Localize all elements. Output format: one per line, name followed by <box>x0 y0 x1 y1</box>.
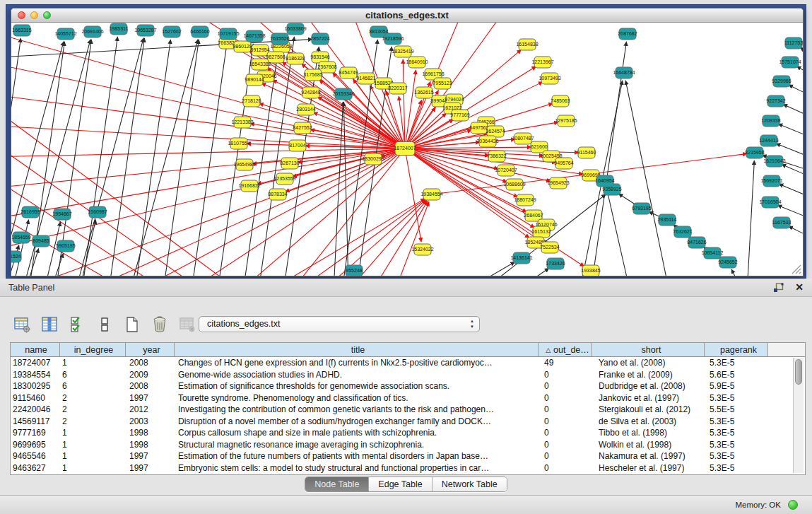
table-row[interactable]: 1456911722003Disruption of a novel membe… <box>11 416 805 428</box>
graph-edge[interactable] <box>11 100 259 276</box>
table-cell[interactable]: 2008 <box>126 380 175 392</box>
column-header-short[interactable]: short <box>592 343 705 356</box>
table-cell[interactable]: 5.3E-5 <box>705 450 768 462</box>
table-cell[interactable]: 2 <box>60 392 126 404</box>
table-cell[interactable]: 5.3E-5 <box>705 462 768 474</box>
graph-edge[interactable] <box>474 262 514 276</box>
minimize-window-icon[interactable] <box>30 11 38 19</box>
table-cell[interactable]: Corpus callosum shape and size in male p… <box>175 427 539 439</box>
table-cell[interactable]: 9699695 <box>11 439 60 451</box>
table-row[interactable]: 946362711997Embryonic stem cells: a mode… <box>11 462 805 474</box>
table-cell[interactable]: Dudbridge et al. (2008) <box>592 380 705 392</box>
vertical-scrollbar[interactable] <box>793 358 804 473</box>
table-cell[interactable]: 0 <box>539 404 592 416</box>
table-cell[interactable]: Yano et al. (2008) <box>592 357 705 369</box>
table-cell[interactable]: 5.3E-5 <box>705 439 768 451</box>
table-settings-icon[interactable] <box>13 315 31 334</box>
tab-network-table[interactable]: Network Table <box>433 477 507 491</box>
window-resize-grip[interactable] <box>792 264 801 274</box>
table-cell[interactable]: 2 <box>60 416 126 428</box>
graph-edge[interactable] <box>789 226 803 247</box>
table-cell[interactable]: Genome-wide association studies in ADHD. <box>175 369 539 381</box>
table-cell[interactable]: Embryonic stem cells: a model to study s… <box>175 462 539 474</box>
table-row[interactable]: 2242004622012Investigating the contribut… <box>11 404 805 416</box>
table-cell[interactable]: 5.3E-5 <box>705 357 768 369</box>
table-row[interactable]: 1938455462009Genome-wide association stu… <box>11 369 805 381</box>
table-cell[interactable]: 9463627 <box>11 462 60 474</box>
column-header-pagerank[interactable]: pagerank <box>705 343 768 356</box>
table-cell[interactable]: Nakamura et al. (1997) <box>592 450 705 462</box>
table-cell[interactable]: 0 <box>539 427 592 439</box>
network-graph-canvas[interactable]: 1872400776638229860128891295418226058982… <box>11 23 803 276</box>
table-cell[interactable]: 0 <box>539 392 592 404</box>
import-table-icon[interactable] <box>178 315 196 334</box>
network-graph[interactable]: 1872400776638229860128891295418226058982… <box>11 23 803 276</box>
network-window[interactable]: citations_edges.txt 18724007766382298601… <box>11 8 804 276</box>
window-titlebar[interactable]: citations_edges.txt <box>11 8 803 23</box>
table-selector[interactable]: citations_edges.txt ▲▼ <box>199 316 480 332</box>
graph-edge[interactable] <box>133 40 170 276</box>
table-cell[interactable]: 1 <box>60 357 126 369</box>
table-cell[interactable]: 5.3E-5 <box>705 416 768 428</box>
table-cell[interactable]: 0 <box>539 462 592 474</box>
column-header-year[interactable]: year <box>126 343 175 356</box>
column-header-in_degree[interactable]: in_degree <box>60 343 126 356</box>
table-cell[interactable]: Structural magnetic resonance image aver… <box>175 439 539 451</box>
graph-edge[interactable] <box>783 105 803 126</box>
table-row[interactable]: 1872400712008Changes of HCN gene express… <box>11 357 805 369</box>
column-header-title[interactable]: title <box>175 343 539 356</box>
zoom-window-icon[interactable] <box>43 11 51 19</box>
graph-edge[interactable] <box>189 42 227 276</box>
graph-edge[interactable] <box>625 81 672 276</box>
table-cell[interactable]: Tourette syndrome. Phenomenology and cla… <box>175 392 539 404</box>
table-cell[interactable]: 2008 <box>126 357 175 369</box>
table-cell[interactable]: Jankovic et al. (1997) <box>592 392 705 404</box>
table-row[interactable]: 977716911998Corpus callosum shape and si… <box>11 427 805 439</box>
table-cell[interactable]: Investigating the contribution of common… <box>175 404 539 416</box>
table-row[interactable]: 946554611997Estimation of the future num… <box>11 450 805 462</box>
table-cell[interactable]: Changes of HCN gene expression and I(f) … <box>175 357 539 369</box>
table-cell[interactable]: Disruption of a novel member of a sodium… <box>175 416 539 428</box>
close-panel-icon[interactable]: ✕ <box>795 281 804 293</box>
table-cell[interactable]: 6 <box>60 369 126 381</box>
table-cell[interactable]: 0 <box>539 450 592 462</box>
column-header-out_de[interactable]: △out_de… <box>539 343 592 356</box>
table-row[interactable]: 969969511998Structural magnetic resonanc… <box>11 439 805 451</box>
table-cell[interactable]: 1997 <box>126 462 175 474</box>
table-cell[interactable]: Estimation of the future numbers of pati… <box>175 450 539 462</box>
table-cell[interactable]: Franke et al. (2009) <box>592 369 705 381</box>
graph-edge[interactable] <box>317 97 405 148</box>
table-cell[interactable]: 1 <box>60 462 126 474</box>
graph-edge[interactable] <box>517 268 549 276</box>
scrollbar-thumb[interactable] <box>795 359 802 385</box>
table-cell[interactable]: 2012 <box>126 404 175 416</box>
table-cell[interactable]: 1 <box>60 427 126 439</box>
table-cell[interactable]: Tibbo et al. (1998) <box>592 427 705 439</box>
table-cell[interactable]: 5.3E-5 <box>705 392 768 404</box>
table-cell[interactable]: 1 <box>60 439 126 451</box>
graph-edge[interactable] <box>405 147 531 148</box>
table-cell[interactable]: 18724007 <box>11 357 60 369</box>
table-cell[interactable]: 2009 <box>126 369 175 381</box>
table-cell[interactable]: 5.3E-5 <box>705 427 768 439</box>
table-row[interactable]: 911546021997Tourette syndrome. Phenomeno… <box>11 392 805 404</box>
graph-edge[interactable] <box>800 47 803 68</box>
table-cell[interactable]: 5.9E-5 <box>705 380 768 392</box>
graph-edge[interactable] <box>796 66 803 87</box>
table-cell[interactable]: 22420046 <box>11 404 60 416</box>
table-cell[interactable]: 1 <box>60 450 126 462</box>
graph-edge[interactable] <box>606 189 633 276</box>
graph-edge[interactable] <box>68 38 143 276</box>
table-cell[interactable]: 0 <box>539 369 592 381</box>
table-cell[interactable]: 1998 <box>126 439 175 451</box>
close-window-icon[interactable] <box>18 11 25 19</box>
graph-edge[interactable] <box>778 124 803 146</box>
tab-edge-table[interactable]: Edge Table <box>369 477 432 491</box>
graph-edge[interactable] <box>11 148 405 157</box>
select-rows-icon[interactable] <box>68 315 86 334</box>
float-panel-icon[interactable] <box>773 283 784 293</box>
graph-edge[interactable] <box>356 201 428 276</box>
table-cell[interactable]: 18300295 <box>11 380 60 392</box>
table-cell[interactable]: 1997 <box>126 450 175 462</box>
table-cell[interactable]: Wolkin et al. (1998) <box>592 439 705 451</box>
